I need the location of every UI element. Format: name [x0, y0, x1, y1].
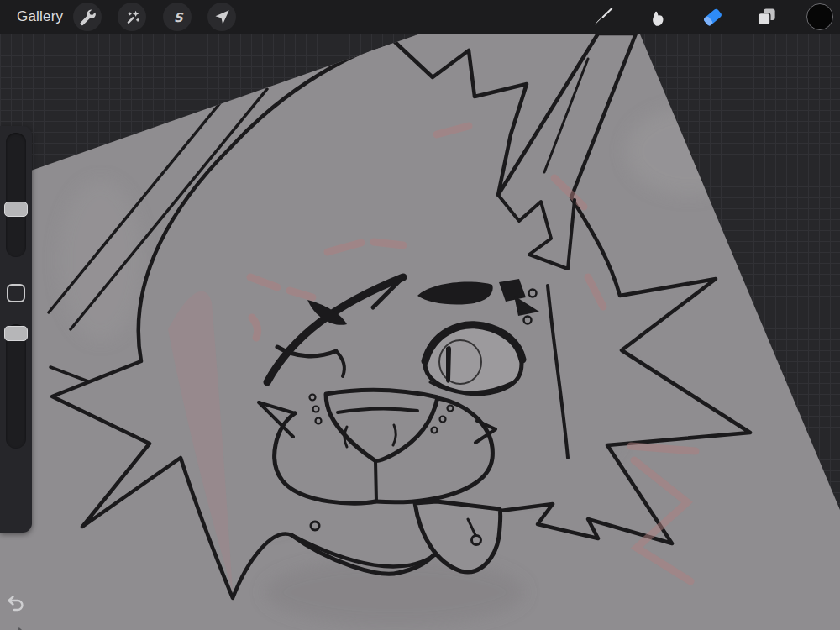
brush-size-slider[interactable] [6, 133, 26, 257]
open-eye [425, 325, 522, 394]
brush-size-handle[interactable] [4, 202, 28, 217]
smudge-finger-icon [647, 6, 669, 28]
redo-button[interactable] [5, 625, 27, 630]
wrench-icon [78, 8, 97, 27]
paintbrush-icon [592, 6, 614, 28]
paint-tool-button[interactable] [589, 3, 617, 31]
drawing-canvas[interactable] [0, 34, 840, 630]
opacity-slider[interactable] [6, 324, 26, 449]
adjustments-button[interactable] [118, 3, 146, 31]
selection-button[interactable]: S [163, 3, 192, 31]
eraser-icon [701, 5, 724, 29]
color-swatch[interactable] [806, 3, 833, 30]
top-toolbar: Gallery S [0, 0, 840, 34]
modify-button[interactable] [7, 284, 25, 302]
svg-text:S: S [174, 10, 184, 24]
brush-sidebar [0, 126, 32, 533]
undo-icon [5, 605, 27, 617]
erase-tool-button[interactable] [698, 3, 727, 31]
selection-s-icon: S [168, 8, 187, 27]
actions-button[interactable] [73, 3, 102, 31]
magic-wand-icon [123, 8, 142, 27]
transform-button[interactable] [207, 3, 236, 31]
gallery-button[interactable]: Gallery [17, 0, 63, 34]
opacity-handle[interactable] [4, 326, 28, 341]
layers-button[interactable] [752, 3, 780, 31]
smudge-tool-button[interactable] [643, 3, 672, 31]
workspace [0, 34, 840, 630]
layers-icon [755, 6, 778, 29]
undo-button[interactable] [5, 593, 27, 615]
transform-arrow-icon [213, 8, 232, 27]
